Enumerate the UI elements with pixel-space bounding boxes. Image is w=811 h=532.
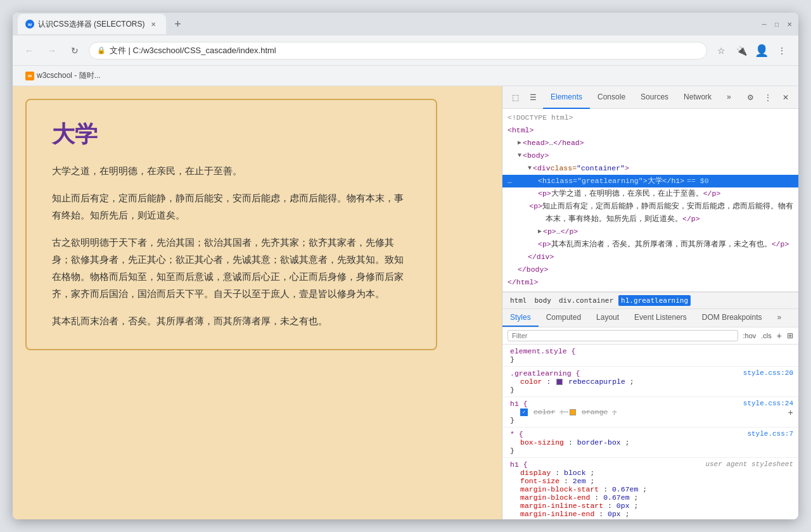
browser-window: w 认识CSS选择器 (SELECTORS) ✕ + ─ □ ✕ ← → ↻ 🔒… (13, 13, 798, 519)
tab-elements[interactable]: Elements (543, 86, 590, 109)
css-prop-font-size: font-size : 2em ; (510, 477, 793, 485)
tab-favicon: w (25, 20, 34, 28)
css-source-universal[interactable]: style.css:7 (747, 430, 793, 438)
dom-line-p2[interactable]: <p> 知止而后有定，定而后能静，静而后能安，安而后能虑，虑而后能得。物有 (502, 200, 798, 213)
devtools-settings-button[interactable]: ⚙ (743, 90, 758, 105)
property-checkbox-color[interactable]: ✓ (520, 408, 528, 416)
page-para-1: 大学之道，在明明德，在亲民，在止于至善。 (52, 163, 411, 180)
css-rule-universal: style.css:7 * { box-sizing : border-box … (502, 428, 798, 458)
browser-tab[interactable]: w 认识CSS选择器 (SELECTORS) ✕ (18, 14, 166, 34)
dom-line-p3[interactable]: ▶ <p> … </p> (502, 225, 798, 238)
expand-body[interactable]: ▼ (518, 150, 521, 162)
css-prop-margin-block-start: margin-block-start : 0.67em ; (510, 485, 793, 493)
dom-line-body[interactable]: ▼ <body> (502, 149, 798, 162)
extension-icon[interactable]: 🔌 (732, 42, 750, 60)
dom-line-head[interactable]: ▶ <head> … </head> (502, 137, 798, 149)
hov-button[interactable]: :hov (743, 332, 757, 339)
minimize-button[interactable]: ─ (760, 20, 768, 28)
webpage-area: 大学 大学之道，在明明德，在亲民，在止于至善。 知止而后有定，定而后能静，静而后… (13, 86, 502, 519)
profile-icon[interactable]: 👤 (753, 42, 770, 60)
devtools-more-button[interactable]: ⋮ (760, 90, 776, 105)
dom-line-html-close: </html> (502, 276, 798, 289)
dom-tree: <!DOCTYPE html> <html> ▶ <head> … </head… (502, 109, 798, 292)
bookmark-label: w3cschool - 随时... (37, 70, 101, 81)
css-source-h1[interactable]: style.css:24 (743, 400, 793, 407)
color-swatch-orange[interactable] (570, 409, 576, 415)
url-bar[interactable]: 🔒 文件 | C:/w3cschool/CSS_cascade/index.ht… (89, 42, 707, 60)
style-sub-tabs: Styles Computed Layout Event Listeners D… (502, 309, 798, 327)
address-bar: ← → ↻ 🔒 文件 | C:/w3cschool/CSS_cascade/in… (13, 35, 798, 66)
dom-line-p2b: 本末，事有终始。知所先后，则近道矣。 </p> (502, 213, 798, 225)
page-para-3: 古之欲明明德于天下者，先治其国；欲治其国者，先齐其家；欲齐其家者，先修其身；欲修… (52, 234, 411, 303)
dom-line-div-close: </div> (502, 251, 798, 263)
page-title: 大学 (52, 119, 411, 150)
devtools-toolbar: ⬚ ☰ Elements Console Sources Network » ⚙… (502, 86, 798, 109)
tab-title: 认识CSS选择器 (SELECTORS) (38, 19, 144, 30)
css-prop-color-greatlearning: color : rebeccapurple ; (510, 377, 793, 386)
tab-network[interactable]: Network (676, 86, 719, 109)
scroll-into-view-button[interactable]: ⊞ (787, 331, 793, 340)
css-selector-greatlearning: .greatlearning { (510, 369, 580, 377)
tab-sources[interactable]: Sources (633, 86, 676, 109)
title-bar: w 认识CSS选择器 (SELECTORS) ✕ + ─ □ ✕ (13, 13, 798, 35)
expand-p3[interactable]: ▶ (538, 226, 542, 238)
tab-more[interactable]: » (719, 86, 739, 109)
dom-line-h1[interactable]: … <h1 class= "greatlearning" >大学</h1> ==… (502, 175, 798, 187)
dom-line-html[interactable]: <html> (502, 124, 798, 137)
dom-line-p1[interactable]: <p> 大学之道，在明明德，在亲民，在止于至善。 </p> (502, 187, 798, 200)
css-rule-element-style: element.style { } (502, 345, 798, 367)
url-text: 文件 | C:/w3cschool/CSS_cascade/index.html (110, 45, 276, 56)
more-options-button[interactable]: ⋮ (773, 42, 791, 60)
add-property-button[interactable]: + (788, 408, 793, 418)
device-toggle-button[interactable]: ☰ (525, 90, 540, 105)
sub-tab-event-listeners[interactable]: Event Listeners (627, 309, 694, 327)
dom-line-p4[interactable]: <p> 其本乱而末治者，否矣。其所厚者薄，而其所薄者厚，未之有也。 </p> (502, 238, 798, 251)
reload-button[interactable]: ↻ (66, 42, 84, 60)
tab-close-button[interactable]: ✕ (148, 19, 158, 29)
inspect-element-button[interactable]: ⬚ (508, 90, 523, 105)
breadcrumb-div-container[interactable]: div.container (556, 295, 616, 306)
breadcrumb-h1-greatlearning[interactable]: h1.greatlearning (618, 295, 691, 306)
cls-button[interactable]: .cls (761, 332, 772, 339)
filter-bar: :hov .cls + ⊞ (502, 327, 798, 345)
add-style-rule-button[interactable]: + (777, 331, 782, 341)
css-prop-display: display : block ; (510, 469, 793, 477)
css-prop-margin-block-end: margin-block-end : 0.67em ; (510, 493, 793, 502)
color-swatch-rebeccapurple[interactable] (556, 379, 563, 385)
style-panel: element.style { } style.css:20 .greatlea… (502, 345, 798, 519)
devtools-content: <!DOCTYPE html> <html> ▶ <head> … </head… (502, 109, 798, 519)
tab-console[interactable]: Console (590, 86, 633, 109)
sub-tab-styles[interactable]: Styles (502, 309, 539, 327)
expand-div[interactable]: ▼ (528, 163, 532, 174)
url-lock-icon: 🔒 (97, 46, 106, 54)
css-rule-greatlearning: style.css:20 .greatlearning { color : re… (502, 367, 798, 397)
bookmark-favicon: w (25, 72, 34, 80)
maximize-button[interactable]: □ (773, 20, 781, 28)
bookmark-bar: w w3cschool - 随时... (13, 66, 798, 86)
filter-input[interactable] (508, 330, 738, 341)
dom-line-doctype: <!DOCTYPE html> (502, 111, 798, 124)
sub-tab-computed[interactable]: Computed (539, 309, 589, 327)
expand-head[interactable]: ▶ (518, 137, 521, 149)
content-box: 大学 大学之道，在明明德，在亲民，在止于至善。 知止而后有定，定而后能静，静而后… (25, 99, 437, 350)
css-selector-element-style: element.style { (510, 347, 576, 355)
css-rule-h1-ua: user agent stylesheet h1 { display : blo… (502, 458, 798, 519)
css-source-greatlearning[interactable]: style.css:20 (743, 369, 793, 377)
breadcrumb-html[interactable]: html (508, 295, 530, 306)
sub-tab-dom-breakpoints[interactable]: DOM Breakpoints (694, 309, 770, 327)
bookmark-item-w3cschool[interactable]: w w3cschool - 随时... (20, 68, 106, 84)
devtools-toolbar-right: ⚙ ⋮ ✕ (743, 90, 793, 105)
bookmark-star-button[interactable]: ☆ (712, 42, 730, 60)
back-button[interactable]: ← (20, 42, 38, 60)
sub-tab-more[interactable]: » (772, 309, 787, 327)
close-window-button[interactable]: ✕ (786, 20, 793, 28)
page-para-2: 知止而后有定，定而后能静，静而后能安，安而后能虑，虑而后能得。物有本末，事有终始… (52, 190, 411, 224)
page-para-4: 其本乱而末治者，否矣。其所厚者薄，而其所薄者厚，未之有也。 (52, 313, 411, 330)
breadcrumb-body[interactable]: body (532, 295, 554, 306)
sub-tab-layout[interactable]: Layout (589, 309, 627, 327)
devtools-close-button[interactable]: ✕ (778, 90, 793, 105)
css-prop-margin-inline-start: margin-inline-start : 0px ; (510, 502, 793, 510)
forward-button[interactable]: → (43, 42, 61, 60)
dom-line-div[interactable]: ▼ <div class= "container" > (502, 162, 798, 175)
new-tab-button[interactable]: + (169, 15, 186, 33)
